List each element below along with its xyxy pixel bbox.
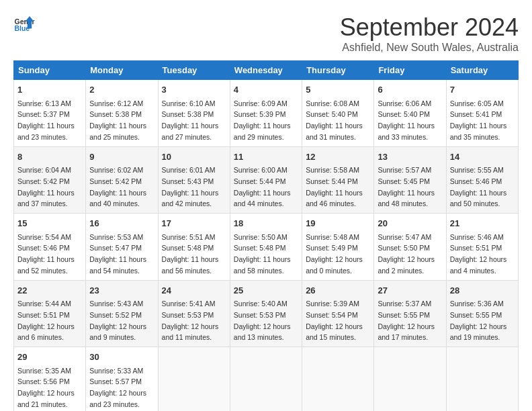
- cell-11: 11Sunrise: 6:00 AMSunset: 5:44 PMDayligh…: [230, 146, 302, 214]
- cell-22: 22Sunrise: 5:44 AMSunset: 5:51 PMDayligh…: [14, 280, 86, 347]
- cell-6: 6Sunrise: 6:06 AMSunset: 5:40 PMDaylight…: [374, 80, 446, 147]
- cell-20: 20Sunrise: 5:47 AMSunset: 5:50 PMDayligh…: [374, 214, 446, 281]
- cell-24: 24Sunrise: 5:41 AMSunset: 5:53 PMDayligh…: [158, 280, 230, 347]
- cell-23: 23Sunrise: 5:43 AMSunset: 5:52 PMDayligh…: [86, 280, 158, 347]
- logo: General Blue: [13, 13, 35, 35]
- cell-3: 3Sunrise: 6:10 AMSunset: 5:38 PMDaylight…: [158, 80, 230, 147]
- cell-28: 28Sunrise: 5:36 AMSunset: 5:55 PMDayligh…: [446, 280, 518, 347]
- cell-16: 16Sunrise: 5:53 AMSunset: 5:47 PMDayligh…: [86, 214, 158, 281]
- title-area: September 2024 Ashfield, New South Wales…: [340, 13, 519, 54]
- cell-25: 25Sunrise: 5:40 AMSunset: 5:53 PMDayligh…: [230, 280, 302, 347]
- logo-icon: General Blue: [13, 13, 35, 35]
- cell-21: 21Sunrise: 5:46 AMSunset: 5:51 PMDayligh…: [446, 214, 518, 281]
- week-row-1: 8Sunrise: 6:04 AMSunset: 5:42 PMDaylight…: [14, 146, 519, 214]
- col-tuesday: Tuesday: [158, 61, 230, 80]
- cell-17: 17Sunrise: 5:51 AMSunset: 5:48 PMDayligh…: [158, 214, 230, 281]
- header: General Blue September 2024 Ashfield, Ne…: [13, 13, 519, 54]
- cell-empty-w4c3: [230, 347, 302, 412]
- cell-29: 29Sunrise: 5:35 AMSunset: 5:56 PMDayligh…: [14, 347, 86, 412]
- cell-9: 9Sunrise: 6:02 AMSunset: 5:42 PMDaylight…: [86, 146, 158, 214]
- week-row-3: 22Sunrise: 5:44 AMSunset: 5:51 PMDayligh…: [14, 280, 519, 347]
- cell-1: 1Sunrise: 6:13 AMSunset: 5:37 PMDaylight…: [14, 80, 86, 147]
- calendar-table: Sunday Monday Tuesday Wednesday Thursday…: [13, 60, 519, 411]
- week-row-0: 1Sunrise: 6:13 AMSunset: 5:37 PMDaylight…: [14, 80, 519, 147]
- col-monday: Monday: [86, 61, 158, 80]
- month-title: September 2024: [340, 13, 519, 42]
- cell-27: 27Sunrise: 5:37 AMSunset: 5:55 PMDayligh…: [374, 280, 446, 347]
- cell-8: 8Sunrise: 6:04 AMSunset: 5:42 PMDaylight…: [14, 146, 86, 214]
- cell-18: 18Sunrise: 5:50 AMSunset: 5:48 PMDayligh…: [230, 214, 302, 281]
- cell-26: 26Sunrise: 5:39 AMSunset: 5:54 PMDayligh…: [302, 280, 374, 347]
- col-sunday: Sunday: [14, 61, 86, 80]
- location-subtitle: Ashfield, New South Wales, Australia: [340, 42, 519, 54]
- cell-30: 30Sunrise: 5:33 AMSunset: 5:57 PMDayligh…: [86, 347, 158, 412]
- col-thursday: Thursday: [302, 61, 374, 80]
- col-friday: Friday: [374, 61, 446, 80]
- cell-empty-w4c6: [446, 347, 518, 412]
- cell-12: 12Sunrise: 5:58 AMSunset: 5:44 PMDayligh…: [302, 146, 374, 214]
- cell-5: 5Sunrise: 6:08 AMSunset: 5:40 PMDaylight…: [302, 80, 374, 147]
- cell-empty-w4c4: [302, 347, 374, 412]
- week-row-4: 29Sunrise: 5:35 AMSunset: 5:56 PMDayligh…: [14, 347, 519, 412]
- cell-15: 15Sunrise: 5:54 AMSunset: 5:46 PMDayligh…: [14, 214, 86, 281]
- cell-19: 19Sunrise: 5:48 AMSunset: 5:49 PMDayligh…: [302, 214, 374, 281]
- cell-4: 4Sunrise: 6:09 AMSunset: 5:39 PMDaylight…: [230, 80, 302, 147]
- cell-empty-w4c5: [374, 347, 446, 412]
- cell-empty-w4c2: [158, 347, 230, 412]
- col-saturday: Saturday: [446, 61, 518, 80]
- header-row: Sunday Monday Tuesday Wednesday Thursday…: [14, 61, 519, 80]
- cell-2: 2Sunrise: 6:12 AMSunset: 5:38 PMDaylight…: [86, 80, 158, 147]
- cell-10: 10Sunrise: 6:01 AMSunset: 5:43 PMDayligh…: [158, 146, 230, 214]
- cell-13: 13Sunrise: 5:57 AMSunset: 5:45 PMDayligh…: [374, 146, 446, 214]
- col-wednesday: Wednesday: [230, 61, 302, 80]
- week-row-2: 15Sunrise: 5:54 AMSunset: 5:46 PMDayligh…: [14, 214, 519, 281]
- cell-7: 7Sunrise: 6:05 AMSunset: 5:41 PMDaylight…: [446, 80, 518, 147]
- cell-14: 14Sunrise: 5:55 AMSunset: 5:46 PMDayligh…: [446, 146, 518, 214]
